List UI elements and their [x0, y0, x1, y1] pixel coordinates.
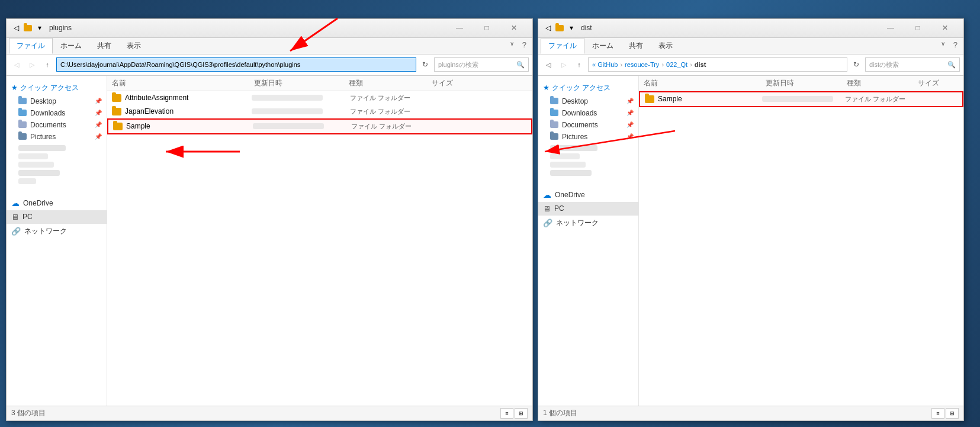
right-sidebar-blurred-3 [550, 162, 586, 168]
right-search-icon[interactable]: 🔍 [947, 61, 956, 69]
right-breadcrumb-resouce[interactable]: resouce-Try [625, 61, 659, 68]
left-network-icon: 🔗 [11, 227, 21, 236]
right-col-type[interactable]: 種類 [847, 78, 918, 88]
left-col-date[interactable]: 更新日時 [254, 78, 349, 88]
left-file-item-sample[interactable]: Sample ファイル フォルダー [107, 118, 532, 134]
left-tab-file[interactable]: ファイル [9, 38, 53, 54]
left-sidebar-downloads[interactable]: Downloads 📌 [7, 107, 107, 119]
right-file-folder-icon-sample [645, 95, 654, 103]
left-sidebar-pictures[interactable]: Pictures 📌 [7, 131, 107, 143]
left-file-folder-icon-sample [113, 123, 123, 130]
left-address-bar: ◁ ▷ ↑ ↻ pluginsの検索 🔍 [7, 54, 532, 76]
left-quick-access-header[interactable]: ★ クイック アクセス [7, 81, 107, 95]
left-sidebar-documents[interactable]: Documents 📌 [7, 119, 107, 131]
right-sidebar-downloads[interactable]: Downloads 📌 [538, 107, 638, 119]
right-file-list-header: 名前 更新日時 種類 サイズ [639, 76, 963, 91]
left-file-list-header: 名前 更新日時 種類 サイズ [107, 76, 532, 91]
left-explorer-window: ◁ ▾ plugins — □ ✕ ファイル ホーム 共有 表示 ∨ ? [6, 18, 533, 421]
right-tab-view[interactable]: 表示 [651, 38, 680, 54]
left-pc-label: PC [23, 213, 33, 221]
left-col-size[interactable]: サイズ [432, 78, 479, 88]
right-minimize-button[interactable]: — [877, 18, 904, 37]
right-breadcrumb-qt[interactable]: 022_Qt [666, 61, 687, 68]
left-network-label: ネットワーク [24, 226, 67, 236]
right-address-breadcrumb[interactable]: « GitHub › resouce-Try › 022_Qt › dist [588, 57, 847, 72]
right-quick-access-header[interactable]: ★ クイック アクセス [538, 81, 638, 95]
left-tab-share[interactable]: 共有 [89, 38, 119, 54]
left-file-name-2: JapanElevation [125, 107, 173, 115]
left-file-item-2[interactable]: JapanElevation ファイル フォルダー [107, 105, 532, 118]
right-maximize-button[interactable]: □ [904, 18, 931, 37]
right-sidebar-documents[interactable]: Documents 📌 [538, 119, 638, 131]
right-pictures-pin: 📌 [626, 133, 634, 140]
left-help-icon[interactable]: ? [519, 38, 530, 54]
left-minimize-button[interactable]: — [446, 18, 473, 37]
right-star-icon: ★ [543, 84, 550, 92]
right-breadcrumb-dist[interactable]: dist [695, 61, 706, 68]
right-back-icon: ◁ [543, 23, 552, 33]
right-sidebar-desktop[interactable]: Desktop 📌 [538, 95, 638, 107]
left-forward-button[interactable]: ▷ [25, 58, 38, 71]
right-network-label: ネットワーク [556, 218, 599, 228]
right-up-button[interactable]: ↑ [573, 58, 586, 71]
right-file-item-sample[interactable]: Sample ファイル フォルダー [639, 91, 963, 107]
right-help-icon[interactable]: ? [950, 38, 961, 54]
left-col-name[interactable]: 名前 [112, 78, 254, 88]
left-file-list: 名前 更新日時 種類 サイズ AttributeAssignment ファイル … [107, 76, 532, 406]
right-tab-file[interactable]: ファイル [541, 38, 584, 54]
left-sidebar-onedrive[interactable]: ☁ OneDrive [7, 196, 107, 210]
left-view-grid-button[interactable]: ⊞ [515, 408, 528, 419]
left-up-button[interactable]: ↑ [41, 58, 54, 71]
left-close-button[interactable]: ✕ [500, 18, 528, 37]
left-maximize-button[interactable]: □ [473, 18, 500, 37]
left-title-bar: ◁ ▾ plugins — □ ✕ [7, 19, 532, 38]
left-tab-home[interactable]: ホーム [53, 38, 89, 54]
right-file-list: 名前 更新日時 種類 サイズ Sample ファイル フォルダー [639, 76, 963, 406]
right-view-list-button[interactable]: ≡ [931, 408, 944, 419]
right-sidebar-pictures[interactable]: Pictures 📌 [538, 131, 638, 143]
left-search-icon[interactable]: 🔍 [516, 61, 525, 69]
right-ribbon-tabs: ファイル ホーム 共有 表示 ∨ ? [538, 38, 963, 54]
right-sidebar: ★ クイック アクセス Desktop 📌 Downloads 📌 Docume… [538, 76, 639, 406]
left-file-date-sample [253, 123, 348, 129]
left-address-input[interactable] [56, 57, 416, 72]
right-back-button[interactable]: ◁ [542, 58, 555, 71]
right-close-button[interactable]: ✕ [931, 18, 959, 37]
left-back-button[interactable]: ◁ [10, 58, 23, 71]
right-network-icon: 🔗 [543, 219, 552, 227]
right-address-bar: ◁ ▷ ↑ « GitHub › resouce-Try › 022_Qt › … [538, 54, 963, 76]
right-view-grid-button[interactable]: ⊞ [946, 408, 959, 419]
right-refresh-button[interactable]: ↻ [850, 58, 863, 71]
left-sidebar: ★ クイック アクセス Desktop 📌 Downloads 📌 Docume… [7, 76, 107, 406]
left-search-box[interactable]: pluginsの検索 🔍 [434, 57, 529, 72]
left-documents-pin: 📌 [95, 121, 102, 128]
left-sidebar-pc[interactable]: 🖥 PC [7, 210, 107, 224]
right-breadcrumb-github[interactable]: « GitHub [592, 61, 618, 68]
right-desktop-label: Desktop [562, 97, 588, 105]
right-sidebar-blurred-2 [550, 153, 580, 159]
left-tab-view[interactable]: 表示 [119, 38, 149, 54]
left-file-item-1[interactable]: AttributeAssignment ファイル フォルダー [107, 91, 532, 105]
left-downloads-pin: 📌 [95, 110, 102, 116]
right-forward-button[interactable]: ▷ [557, 58, 570, 71]
left-view-list-button[interactable]: ≡ [500, 408, 513, 419]
left-onedrive-label: OneDrive [23, 199, 53, 207]
right-sidebar-network[interactable]: 🔗 ネットワーク [538, 216, 638, 230]
right-downloads-label: Downloads [562, 109, 597, 117]
right-sidebar-pc[interactable]: 🖥 PC [538, 202, 638, 216]
right-search-box[interactable]: distの検索 🔍 [865, 57, 960, 72]
left-sidebar-desktop[interactable]: Desktop 📌 [7, 95, 107, 107]
left-refresh-button[interactable]: ↻ [419, 58, 432, 71]
left-ribbon-expand[interactable]: ∨ [505, 38, 519, 54]
left-sidebar-network[interactable]: 🔗 ネットワーク [7, 224, 107, 239]
right-col-size[interactable]: サイズ [918, 78, 959, 88]
right-tab-home[interactable]: ホーム [584, 38, 621, 54]
left-col-type[interactable]: 種類 [349, 78, 432, 88]
right-col-name[interactable]: 名前 [644, 78, 766, 88]
right-col-date[interactable]: 更新日時 [766, 78, 847, 88]
right-sidebar-onedrive[interactable]: ☁ OneDrive [538, 188, 638, 202]
right-tab-share[interactable]: 共有 [621, 38, 651, 54]
left-file-name-cell-2: JapanElevation [112, 107, 248, 115]
right-ribbon-expand[interactable]: ∨ [936, 38, 950, 54]
left-sidebar-blurred-3 [18, 162, 54, 168]
